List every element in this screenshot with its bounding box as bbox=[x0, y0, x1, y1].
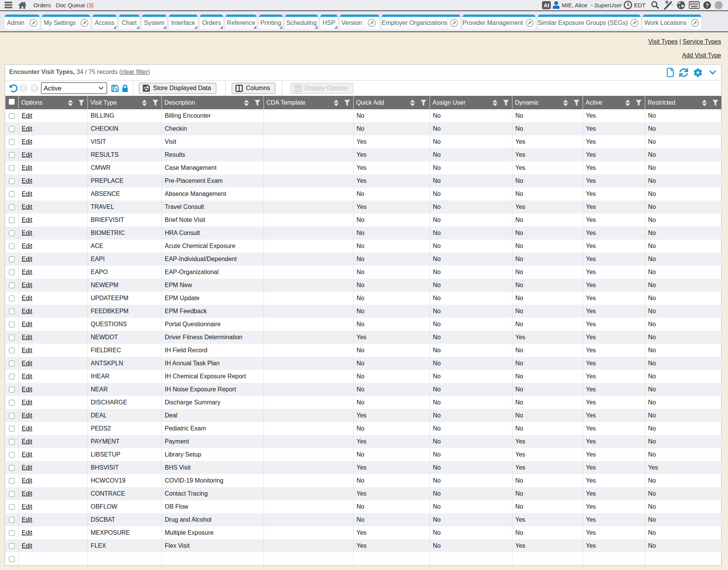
svg-text:?: ? bbox=[705, 2, 709, 8]
